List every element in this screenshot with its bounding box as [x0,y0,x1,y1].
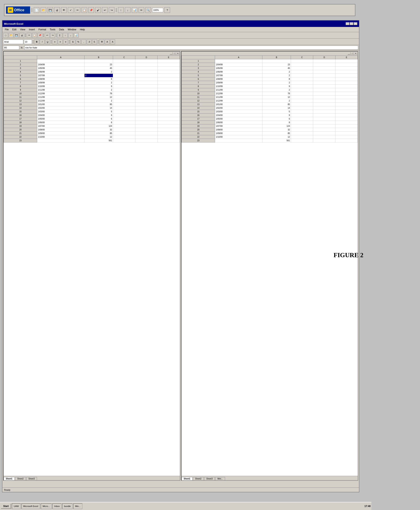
left-cell-18-c[interactable] [113,121,135,124]
left-cell-5-e[interactable] [158,74,180,77]
left-cell-15-b[interactable]: 5 [84,110,113,114]
left-cell-13-e[interactable] [158,103,180,106]
right-row-header-12[interactable]: 12 [182,99,215,103]
taskbar-uaw[interactable]: UAW [12,503,21,509]
right-cell-9-e[interactable] [336,88,358,92]
help-icon[interactable]: ? [165,7,170,13]
right-cell-18-a[interactable]: 1/06/00 [215,121,262,124]
left-cell-23-a[interactable] [37,139,84,142]
right-cell-4-e[interactable] [336,70,358,74]
left-cell-3-d[interactable] [135,67,158,70]
right-cell-17-e[interactable] [336,117,358,121]
left-cell-9-c[interactable] [113,88,135,92]
left-cell-17-c[interactable] [113,117,135,121]
left-cell-23-c[interactable] [113,139,135,142]
undo-button[interactable]: ↩ [45,33,50,38]
left-cell-5-c[interactable] [113,74,135,77]
left-tab-sheet3[interactable]: Sheet3 [26,477,37,480]
left-cell-11-c[interactable] [113,95,135,99]
right-cell-23-d[interactable] [313,139,336,142]
right-row-header-6[interactable]: 6 [182,77,215,81]
left-cell-8-c[interactable] [113,85,135,88]
left-cell-7-e[interactable] [158,81,180,85]
right-cell-10-e[interactable] [336,92,358,95]
right-row-header-8[interactable]: 8 [182,85,215,88]
italic-button[interactable]: I [40,39,45,44]
left-cell-9-a[interactable]: 1/11/99 [37,88,84,92]
right-row-header-17[interactable]: 17 [182,117,215,121]
right-cell-5-b[interactable]: 2 [262,74,291,77]
left-cell-23-d[interactable] [135,139,158,142]
right-cell-6-c[interactable] [291,77,313,81]
preview-icon[interactable]: 👁 [61,7,67,13]
right-cell-17-d[interactable] [313,117,336,121]
new-doc-button[interactable]: □ [3,33,8,38]
right-cell-3-d[interactable] [313,67,336,70]
right-cell-12-c[interactable] [291,99,313,103]
left-cell-4-e[interactable] [158,70,180,74]
left-cell-9-d[interactable] [135,88,158,92]
right-cell-12-b[interactable]: 2 [262,99,291,103]
left-cell-20-b[interactable]: 32 [84,128,113,132]
right-cell-7-d[interactable] [313,81,336,85]
left-cell-2-e[interactable] [158,63,180,67]
right-cell-12-a[interactable]: 1/12/99 [215,99,262,103]
left-cell-20-e[interactable] [158,128,180,132]
right-cell-4-d[interactable] [313,70,336,74]
col-header-C[interactable]: C [113,56,135,59]
left-cell-19-a[interactable]: 1/07/00 [37,124,84,128]
left-cell-16-e[interactable] [158,114,180,117]
left-cell-16-b[interactable]: 9 [84,114,113,117]
right-cell-15-c[interactable] [291,110,313,114]
left-cell-12-b[interactable]: 2 [84,99,113,103]
right-row-header-21[interactable]: 21 [182,132,215,135]
save-doc-button[interactable]: 💾 [14,33,19,38]
font-name-input[interactable] [3,39,23,44]
right-cell-18-e[interactable] [336,121,358,124]
right-tab-mini[interactable]: Mini... [215,477,225,480]
menu-edit[interactable]: Edit [11,28,18,31]
left-cell-16-d[interactable] [135,114,158,117]
left-cell-14-e[interactable] [158,106,180,110]
new-icon[interactable]: 📄 [34,7,39,13]
left-row-header-17[interactable]: 17 [4,117,37,121]
right-col-header-B[interactable]: B [262,56,291,59]
menu-help[interactable]: Help [78,28,87,31]
right-row-header-1[interactable]: 1 [182,59,215,63]
left-cell-22-b[interactable]: 12 [84,135,113,139]
left-cell-6-b[interactable]: 8 [84,77,113,81]
right-cell-7-e[interactable] [336,81,358,85]
right-cell-23-e[interactable] [336,139,358,142]
zoom-icon[interactable]: 🔍 [145,7,151,13]
sort-desc-button[interactable]: ↓ [68,33,73,38]
right-cell-6-d[interactable] [313,77,336,81]
right-cell-12-d[interactable] [313,99,336,103]
copy-icon[interactable]: 📋 [82,7,87,13]
left-cell-23-e[interactable] [158,139,180,142]
right-cell-7-c[interactable] [291,81,313,85]
right-sheet-restore[interactable]: □ [351,52,354,55]
left-cell-13-c[interactable] [113,103,135,106]
right-col-header-D[interactable]: D [313,56,336,59]
right-cell-18-c[interactable] [291,121,313,124]
right-cell-14-e[interactable] [336,106,358,110]
left-cell-4-d[interactable] [135,70,158,74]
cut-icon[interactable]: ✂ [75,7,80,13]
right-tab-sheet2[interactable]: Sheet2 [193,477,204,480]
left-row-header-2[interactable]: 2 [4,63,37,67]
taskbar-micro[interactable]: Micro... [41,503,52,509]
left-cell-1-e[interactable] [158,59,180,63]
sort-desc-icon[interactable]: ↓ [125,7,130,13]
left-cell-4-c[interactable] [113,70,135,74]
left-cell-20-d[interactable] [135,128,158,132]
right-cell-20-d[interactable] [313,128,336,132]
left-cell-17-d[interactable] [135,117,158,121]
currency-button[interactable]: $ [70,39,75,44]
left-cell-14-c[interactable] [113,106,135,110]
paste-button[interactable]: 📌 [38,33,42,38]
left-cell-2-d[interactable] [135,63,158,67]
right-cell-8-a[interactable]: 1/10/99 [215,85,262,88]
left-cell-7-a[interactable]: 1/09/99 [37,81,84,85]
decrease-decimal-button[interactable]: 0. [92,39,97,44]
redo-button[interactable]: ↪ [50,33,55,38]
